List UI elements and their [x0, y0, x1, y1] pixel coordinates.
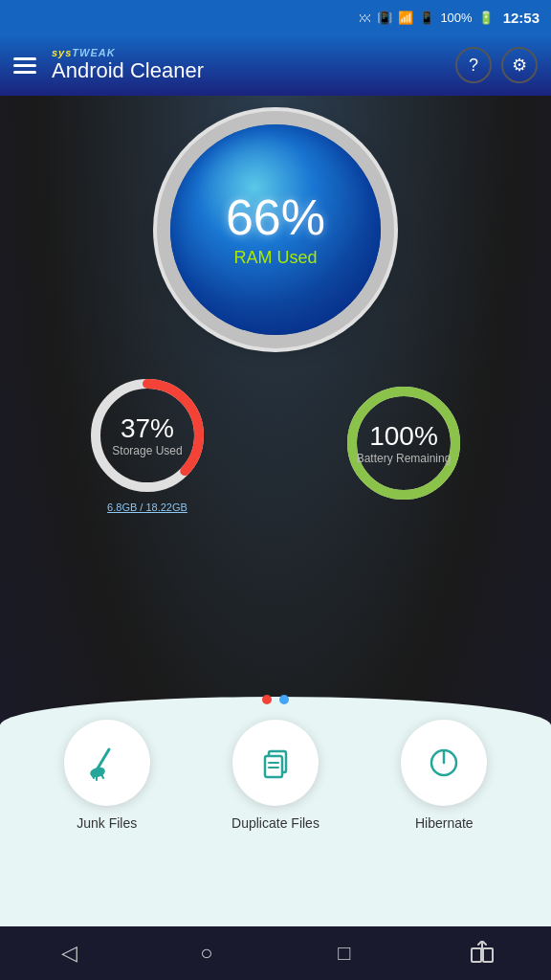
ram-percentage: 66% — [226, 192, 325, 242]
hamburger-line-2 — [13, 64, 36, 67]
status-time: 12:53 — [503, 10, 540, 26]
junk-files-circle — [64, 720, 150, 806]
copy-icon — [256, 744, 295, 782]
brand-sys: sys — [52, 47, 72, 58]
storage-label: Storage Used — [112, 444, 182, 457]
metrics-row: 37% Storage Used 6.8GB / 18.22GB 100% Ba… — [0, 373, 551, 513]
svg-line-8 — [101, 774, 103, 778]
svg-rect-17 — [483, 948, 493, 962]
junk-files-label: Junk Files — [77, 815, 137, 831]
ram-gauge: 66% RAM Used — [170, 124, 381, 335]
status-bar: ⯵ 📳 📶 📱 100% 🔋 12:53 — [0, 0, 551, 34]
storage-ring-center: 37% Storage Used — [112, 413, 182, 457]
hibernate-label: Hibernate — [415, 815, 474, 831]
svg-rect-15 — [472, 948, 481, 962]
home-button[interactable]: ○ — [184, 930, 230, 976]
share-icon — [470, 941, 495, 966]
settings-button[interactable]: ⚙ — [501, 47, 538, 83]
battery-percentage: 100% — [369, 421, 438, 452]
action-buttons-row: Junk Files Duplicate Files — [0, 720, 551, 831]
battery-label: Battery Remaining — [357, 452, 452, 465]
storage-percentage: 37% — [121, 413, 174, 444]
wifi-icon: 📶 — [398, 11, 413, 25]
junk-files-button[interactable]: Junk Files — [64, 720, 150, 831]
bluetooth-icon: ⯵ — [359, 11, 371, 25]
vibrate-icon: 📳 — [377, 11, 392, 25]
storage-detail: 6.8GB / 18.22GB — [107, 501, 187, 513]
app-header: sysTWEAK Android Cleaner ? ⚙ — [0, 34, 551, 96]
duplicate-files-button[interactable]: Duplicate Files — [231, 720, 320, 831]
header-actions: ? ⚙ — [455, 47, 538, 83]
share-button[interactable] — [459, 930, 505, 976]
hibernate-button[interactable]: Hibernate — [401, 720, 487, 831]
help-button[interactable]: ? — [455, 47, 492, 83]
brand-container: sysTWEAK Android Cleaner — [52, 47, 204, 83]
battery-metric: 100% Battery Remaining — [342, 381, 466, 505]
hamburger-line-3 — [13, 71, 36, 74]
battery-ring-center: 100% Battery Remaining — [357, 421, 452, 465]
hamburger-line-1 — [13, 57, 36, 60]
power-icon — [425, 744, 463, 782]
broom-icon — [88, 744, 126, 782]
hibernate-circle — [401, 720, 487, 806]
back-button[interactable]: ◁ — [46, 930, 92, 976]
dot-active — [262, 695, 272, 704]
sim-icon: 📱 — [419, 11, 434, 25]
main-content: 66% RAM Used 37% Storage Used 6.8GB / 18… — [0, 96, 551, 926]
storage-ring-container: 37% Storage Used — [85, 373, 209, 498]
duplicate-files-label: Duplicate Files — [231, 815, 320, 831]
svg-line-4 — [98, 749, 109, 768]
duplicate-files-circle — [232, 720, 319, 806]
battery-icon: 🔋 — [478, 11, 494, 25]
page-dots — [0, 695, 551, 704]
battery-ring-container: 100% Battery Remaining — [342, 381, 466, 505]
storage-metric: 37% Storage Used 6.8GB / 18.22GB — [85, 373, 209, 513]
app-title: Android Cleaner — [52, 58, 204, 83]
bottom-panel: Junk Files Duplicate Files — [0, 678, 551, 926]
menu-button[interactable] — [13, 57, 36, 74]
dot-inactive — [279, 695, 289, 704]
brand-name: sysTWEAK — [52, 47, 204, 58]
ram-gauge-container[interactable]: 66% RAM Used — [170, 124, 381, 335]
battery-percent: 100% — [440, 11, 472, 25]
ram-label: RAM Used — [233, 248, 317, 268]
navigation-bar: ◁ ○ □ — [0, 926, 551, 980]
recent-button[interactable]: □ — [321, 930, 367, 976]
